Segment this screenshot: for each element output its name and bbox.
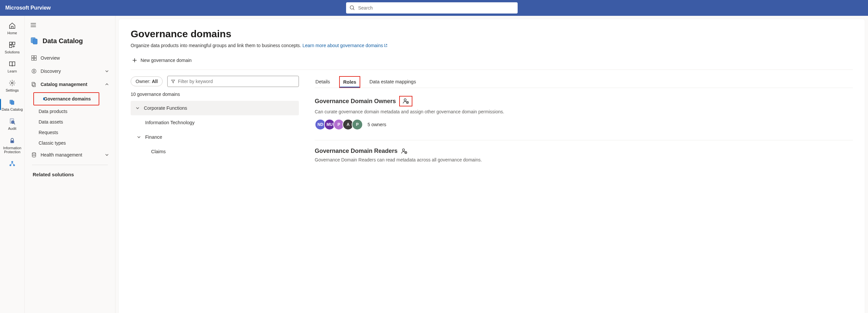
tree-info-tech[interactable]: Information Technology (131, 115, 299, 130)
module-title: Data Catalog (42, 37, 83, 45)
secondary-nav: Data Catalog Overview Discovery Cat (25, 16, 116, 313)
nav-governance-domains[interactable]: Governance domains (38, 95, 92, 103)
page-title: Governance domains (131, 28, 853, 39)
svg-rect-12 (11, 141, 13, 142)
left-rail: Home Solutions Learn Settings Data Catal… (0, 16, 25, 313)
filter-icon (171, 79, 175, 84)
svg-rect-28 (32, 82, 35, 86)
svg-line-16 (10, 163, 12, 165)
hamburger-button[interactable] (28, 20, 39, 30)
rail-more[interactable] (0, 156, 24, 170)
svg-point-0 (350, 6, 354, 9)
svg-point-13 (11, 161, 13, 163)
detail-pane: Details Roles Data estate mappings Gover… (315, 76, 853, 172)
filter-input[interactable] (178, 79, 295, 84)
role-owners-desc: Can curate governance domain metadata an… (315, 109, 853, 114)
module-heading: Data Catalog (25, 32, 115, 51)
owners-avatars[interactable]: NDMUPAP (315, 119, 363, 130)
rail-settings[interactable]: Settings (0, 76, 24, 95)
health-icon (31, 151, 37, 158)
svg-rect-2 (9, 42, 12, 44)
tab-list: Details Roles Data estate mappings (315, 76, 853, 88)
related-solutions-heading: Related solutions (27, 168, 113, 179)
avatar[interactable]: P (352, 119, 363, 130)
svg-rect-3 (12, 42, 15, 44)
svg-rect-4 (9, 45, 12, 47)
learn-more-link[interactable]: Learn more about governance domains (303, 43, 388, 48)
search-wrap (346, 2, 518, 13)
book-icon (8, 60, 16, 68)
svg-rect-7 (11, 101, 14, 105)
person-add-icon (402, 98, 409, 104)
domain-list-pane: Owner: All 10 governance domains Corpora… (131, 76, 299, 172)
audit-icon (8, 117, 16, 125)
brand-title: Microsoft Purview (5, 5, 51, 11)
nav-health-management[interactable]: Health management (27, 148, 113, 162)
tree-corporate-functions[interactable]: Corporate Functions (131, 101, 299, 115)
svg-rect-25 (32, 58, 34, 60)
tab-details[interactable]: Details (315, 76, 331, 88)
page-description: Organize data products into meaningful g… (131, 43, 853, 48)
chevron-down-icon (136, 135, 141, 139)
rail-learn[interactable]: Learn (0, 57, 24, 76)
search-icon (349, 5, 355, 11)
svg-point-14 (9, 164, 11, 166)
catalog-module-icon (30, 36, 39, 45)
svg-rect-22 (33, 39, 37, 44)
owners-avatar-row: NDMUPAP 5 owners (315, 119, 853, 130)
add-owner-highlight (399, 96, 412, 106)
chevron-down-icon (104, 152, 109, 157)
lock-icon (8, 137, 16, 145)
nav-classic-types[interactable]: Classic types (27, 138, 113, 148)
svg-rect-23 (32, 56, 34, 58)
catalog-icon (8, 98, 16, 106)
role-divider (315, 140, 853, 140)
role-readers-section: Governance Domain Readers Governance Dom… (315, 148, 853, 163)
rail-solutions[interactable]: Solutions (0, 38, 24, 57)
discovery-icon (31, 68, 37, 74)
svg-point-30 (32, 152, 36, 154)
filter-input-wrap[interactable] (167, 76, 299, 87)
owners-count: 5 owners (368, 122, 386, 127)
tree-finance[interactable]: Finance (131, 130, 299, 144)
divider (131, 70, 853, 70)
nav-data-products[interactable]: Data products (27, 106, 113, 117)
tab-roles[interactable]: Roles (339, 76, 360, 88)
svg-point-33 (404, 99, 406, 101)
svg-line-1 (353, 8, 355, 10)
nav-governance-domains-highlight: Governance domains (33, 92, 99, 105)
add-owner-button[interactable] (402, 98, 409, 104)
svg-point-9 (11, 121, 14, 124)
nav-separator (32, 165, 108, 165)
nodes-icon (8, 160, 16, 168)
search-input[interactable] (358, 5, 514, 10)
add-reader-button[interactable] (401, 148, 407, 154)
person-add-icon (401, 148, 407, 154)
svg-rect-26 (34, 58, 36, 60)
main-content: Governance domains Organize data product… (119, 19, 865, 313)
role-owners-title: Governance Domain Owners (315, 98, 396, 105)
svg-point-15 (13, 164, 15, 166)
overview-icon (31, 55, 37, 61)
nav-overview[interactable]: Overview (27, 51, 113, 65)
nav-data-assets[interactable]: Data assets (27, 117, 113, 127)
owner-filter-chip[interactable]: Owner: All (131, 76, 163, 86)
nav-requests[interactable]: Requests (27, 127, 113, 138)
nav-discovery[interactable]: Discovery (27, 65, 113, 78)
svg-rect-24 (34, 56, 36, 58)
svg-rect-29 (33, 83, 35, 86)
chevron-down-icon (135, 106, 140, 110)
search-box[interactable] (346, 2, 518, 13)
rail-info-protection[interactable]: Information Protection (0, 133, 24, 156)
role-readers-title: Governance Domain Readers (315, 148, 398, 154)
top-bar: Microsoft Purview (0, 0, 868, 16)
nav-catalog-management[interactable]: Catalog management (27, 78, 113, 91)
tab-mappings[interactable]: Data estate mappings (369, 76, 417, 88)
gear-icon (8, 79, 16, 87)
rail-home[interactable]: Home (0, 19, 24, 38)
new-governance-domain-button[interactable]: New governance domain (131, 56, 193, 65)
external-link-icon (384, 43, 388, 48)
tree-claims[interactable]: Claims (131, 144, 299, 159)
rail-audit[interactable]: Audit (0, 114, 24, 133)
rail-data-catalog[interactable]: Data Catalog (0, 95, 24, 114)
